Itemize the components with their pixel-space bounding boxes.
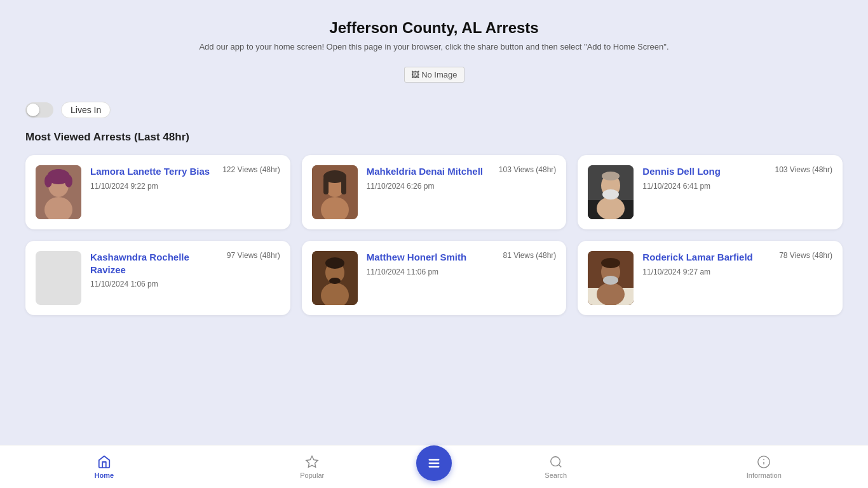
- section-title: Most Viewed Arrests (Last 48hr): [25, 131, 843, 144]
- page-title: Jefferson County, AL Arrests: [25, 19, 843, 37]
- arrest-card-2[interactable]: Mahkeldria Denai Mitchell 103 Views (48h…: [302, 155, 567, 229]
- svg-point-16: [602, 189, 619, 200]
- filter-row: Lives In: [25, 102, 843, 118]
- mugshot-3: [588, 165, 634, 219]
- page-subtitle: Add our app to your home screen! Open th…: [25, 42, 843, 51]
- card-header-5: Matthew Honerl Smith 81 Views (48hr): [367, 251, 557, 264]
- arrest-card-4[interactable]: Kashawndra Rochelle Ravizee 97 Views (48…: [25, 241, 290, 315]
- views-badge-4: 97 Views (48hr): [227, 251, 280, 260]
- card-header-4: Kashawndra Rochelle Ravizee 97 Views (48…: [90, 251, 280, 276]
- svg-point-30: [551, 457, 560, 466]
- bottom-nav: Home Popular Search: [0, 445, 868, 488]
- information-icon: [756, 454, 771, 470]
- card-info-6: Roderick Lamar Barfield 78 Views (48hr) …: [642, 251, 832, 276]
- information-label: Information: [747, 471, 782, 479]
- arrest-date-4: 11/10/2024 1:06 pm: [90, 280, 280, 288]
- card-info-1: Lamora Lanette Terry Bias 122 Views (48h…: [90, 165, 280, 191]
- mugshot-2: [312, 165, 358, 219]
- main-content: Jefferson County, AL Arrests Add our app…: [0, 0, 868, 379]
- svg-rect-11: [341, 177, 346, 194]
- card-info-3: Dennis Dell Long 103 Views (48hr) 11/10/…: [642, 165, 832, 191]
- views-badge-3: 103 Views (48hr): [775, 165, 832, 174]
- svg-point-28: [603, 276, 618, 285]
- search-label: Search: [545, 471, 567, 479]
- svg-rect-10: [323, 177, 329, 194]
- person-name-1: Lamora Lanette Terry Bias: [90, 165, 217, 178]
- popular-icon: [304, 454, 320, 470]
- nav-item-search[interactable]: Search: [452, 449, 660, 484]
- home-label: Home: [94, 471, 114, 479]
- arrest-card-3[interactable]: Dennis Dell Long 103 Views (48hr) 11/10/…: [578, 155, 843, 229]
- card-info-5: Matthew Honerl Smith 81 Views (48hr) 11/…: [367, 251, 557, 276]
- arrest-date-1: 11/10/2024 9:22 pm: [90, 182, 280, 191]
- arrest-date-2: 11/10/2024 6:26 pm: [367, 182, 557, 191]
- views-badge-5: 81 Views (48hr): [503, 251, 557, 260]
- arrest-date-6: 11/10/2024 9:27 am: [642, 268, 832, 276]
- svg-point-22: [329, 278, 341, 284]
- svg-point-21: [325, 257, 344, 269]
- arrests-grid: Lamora Lanette Terry Bias 122 Views (48h…: [25, 155, 843, 315]
- mugshot-6: [588, 251, 634, 305]
- svg-point-27: [601, 258, 620, 268]
- person-name-2: Mahkeldria Denai Mitchell: [367, 165, 494, 178]
- arrest-card-6[interactable]: Roderick Lamar Barfield 78 Views (48hr) …: [578, 241, 843, 315]
- arrest-date-5: 11/10/2024 11:06 pm: [367, 268, 557, 276]
- svg-point-15: [597, 197, 625, 219]
- svg-line-31: [559, 464, 561, 467]
- mugshot-5: [312, 251, 358, 305]
- arrest-card-1[interactable]: Lamora Lanette Terry Bias 122 Views (48h…: [25, 155, 290, 229]
- svg-point-17: [602, 172, 620, 180]
- nav-item-home[interactable]: Home: [0, 449, 208, 484]
- person-name-4: Kashawndra Rochelle Ravizee: [90, 251, 222, 276]
- home-icon: [97, 454, 112, 470]
- views-badge-2: 103 Views (48hr): [499, 165, 557, 174]
- no-image-container: 🖼 No Image: [25, 67, 843, 83]
- center-fab-button[interactable]: [416, 445, 452, 481]
- filter-label[interactable]: Lives In: [61, 102, 111, 118]
- nav-item-information[interactable]: Information: [660, 449, 869, 484]
- svg-point-26: [597, 283, 625, 305]
- mugshot-4: [36, 251, 81, 305]
- svg-point-5: [65, 175, 72, 187]
- person-name-3: Dennis Dell Long: [642, 165, 770, 178]
- mugshot-1: [36, 165, 81, 219]
- no-image-placeholder: 🖼 No Image: [404, 67, 465, 83]
- arrest-date-3: 11/10/2024 6:41 pm: [642, 182, 832, 191]
- card-header-1: Lamora Lanette Terry Bias 122 Views (48h…: [90, 165, 280, 178]
- popular-label: Popular: [300, 471, 324, 479]
- search-icon: [548, 454, 564, 470]
- person-name-6: Roderick Lamar Barfield: [642, 251, 774, 264]
- svg-point-4: [44, 175, 52, 187]
- card-header-2: Mahkeldria Denai Mitchell 103 Views (48h…: [367, 165, 557, 178]
- card-header-6: Roderick Lamar Barfield 78 Views (48hr): [642, 251, 832, 264]
- nav-item-popular[interactable]: Popular: [208, 449, 417, 484]
- views-badge-6: 78 Views (48hr): [779, 251, 832, 260]
- card-info-2: Mahkeldria Denai Mitchell 103 Views (48h…: [367, 165, 557, 191]
- svg-marker-29: [306, 456, 318, 467]
- views-badge-1: 122 Views (48hr): [222, 165, 280, 174]
- arrest-card-5[interactable]: Matthew Honerl Smith 81 Views (48hr) 11/…: [302, 241, 567, 315]
- card-header-3: Dennis Dell Long 103 Views (48hr): [642, 165, 832, 178]
- lives-in-toggle[interactable]: [25, 102, 53, 118]
- card-info-4: Kashawndra Rochelle Ravizee 97 Views (48…: [90, 251, 280, 288]
- person-name-5: Matthew Honerl Smith: [367, 251, 498, 264]
